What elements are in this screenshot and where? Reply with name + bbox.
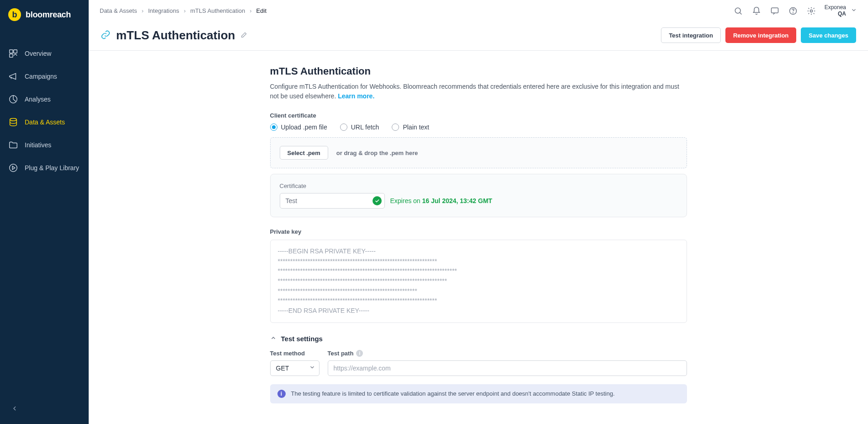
svg-point-9 <box>793 12 793 13</box>
svg-point-4 <box>10 118 17 121</box>
test-settings-toggle[interactable]: Test settings <box>270 335 687 343</box>
sidebar-item-label: Initiatives <box>25 141 51 149</box>
sidebar: b bloomreach Overview Campaigns Analyses… <box>0 0 89 424</box>
check-circle-icon <box>373 196 382 205</box>
remove-integration-button[interactable]: Remove integration <box>725 27 796 43</box>
breadcrumb-current: Edit <box>256 7 266 14</box>
settings-button[interactable] <box>806 6 816 16</box>
main-area: Data & Assets › Integrations › mTLS Auth… <box>89 0 868 424</box>
edit-title-button[interactable] <box>240 31 248 40</box>
test-method-label: Test method <box>270 350 320 357</box>
help-icon <box>788 6 798 16</box>
gear-icon <box>807 6 816 16</box>
test-method-value: GET <box>276 365 289 372</box>
chart-icon <box>8 94 18 104</box>
svg-rect-7 <box>771 8 778 13</box>
dropzone-hint: or drag & drop the .pem here <box>336 150 418 156</box>
svg-point-5 <box>10 164 17 172</box>
select-pem-button[interactable]: Select .pem <box>280 146 328 160</box>
certificate-expiry: Expires on 16 Jul 2024, 13:42 GMT <box>390 197 492 204</box>
collapse-sidebar-button[interactable] <box>8 402 21 415</box>
pem-dropzone[interactable]: Select .pem or drag & drop the .pem here <box>270 137 687 168</box>
section-description: Configure mTLS Authentication for Webhoo… <box>270 82 687 101</box>
save-changes-button[interactable]: Save changes <box>801 27 856 43</box>
logo-text: bloomreach <box>26 10 71 20</box>
dashboard-icon <box>8 48 18 59</box>
chevron-down-icon <box>309 364 315 372</box>
folder-icon <box>8 140 18 150</box>
sidebar-item-campaigns[interactable]: Campaigns <box>0 65 89 88</box>
info-circle-icon: i <box>277 390 286 398</box>
sidebar-item-label: Analyses <box>25 96 51 103</box>
radio-url-fetch[interactable]: URL fetch <box>340 123 379 131</box>
radio-icon <box>270 123 277 131</box>
sidebar-item-label: Data & Assets <box>25 118 65 126</box>
breadcrumb-link[interactable]: Data & Assets <box>100 7 137 14</box>
test-settings-row: Test method GET Test path i <box>270 350 687 376</box>
bell-icon <box>752 6 761 16</box>
page-title: mTLS Authentication <box>116 28 235 43</box>
chevron-right-icon: › <box>250 7 251 14</box>
messages-button[interactable] <box>770 6 780 16</box>
radio-icon <box>392 123 399 131</box>
radio-upload-pem[interactable]: Upload .pem file <box>270 123 327 131</box>
search-button[interactable] <box>733 6 743 16</box>
chat-icon <box>770 6 779 16</box>
search-icon <box>734 6 743 16</box>
chevron-down-icon <box>851 7 857 15</box>
svg-rect-0 <box>10 50 13 53</box>
learn-more-link[interactable]: Learn more. <box>338 92 374 100</box>
svg-rect-2 <box>10 54 13 57</box>
sidebar-item-initiatives[interactable]: Initiatives <box>0 134 89 156</box>
client-cert-label: Client certificate <box>270 112 687 119</box>
sidebar-item-plug-play[interactable]: Plug & Play Library <box>0 156 89 179</box>
radio-icon <box>340 123 347 131</box>
content: mTLS Authentication Configure mTLS Authe… <box>89 51 868 424</box>
notifications-button[interactable] <box>751 6 761 16</box>
help-button[interactable] <box>788 6 798 16</box>
certificate-card: Certificate Test Expires on 16 Jul 2024,… <box>270 174 687 217</box>
private-key-label: Private key <box>270 228 687 235</box>
radio-label: Upload .pem file <box>281 123 327 131</box>
account-org: Exponea <box>825 5 846 11</box>
play-circle-icon <box>8 163 18 173</box>
link-icon <box>101 30 111 41</box>
topbar: Data & Assets › Integrations › mTLS Auth… <box>89 0 868 22</box>
account-env: QA <box>838 11 846 17</box>
svg-point-6 <box>735 8 740 13</box>
certificate-name-value: Test <box>286 197 298 204</box>
section-title: mTLS Authentication <box>270 65 687 77</box>
certificate-name-field[interactable]: Test <box>280 193 385 209</box>
info-icon[interactable]: i <box>356 350 363 357</box>
test-path-input[interactable] <box>328 360 687 376</box>
breadcrumb: Data & Assets › Integrations › mTLS Auth… <box>100 7 266 14</box>
database-icon <box>8 117 18 127</box>
sidebar-item-label: Plug & Play Library <box>25 164 79 172</box>
radio-label: URL fetch <box>351 123 379 131</box>
testing-notice: i The testing feature is limited to cert… <box>270 384 687 403</box>
main-nav: Overview Campaigns Analyses Data & Asset… <box>0 29 89 179</box>
breadcrumb-link[interactable]: Integrations <box>148 7 179 14</box>
radio-label: Plain text <box>403 123 429 131</box>
chevron-right-icon: › <box>184 7 186 14</box>
page-header: mTLS Authentication Test integration Rem… <box>89 22 868 51</box>
logo-badge: b <box>8 8 21 21</box>
pencil-icon <box>240 31 248 38</box>
test-path-label: Test path i <box>328 350 687 357</box>
private-key-textarea[interactable]: -----BEGIN RSA PRIVATE KEY----- ********… <box>270 240 687 323</box>
sidebar-item-data-assets[interactable]: Data & Assets <box>0 111 89 134</box>
topbar-actions: Exponea QA <box>733 5 857 17</box>
logo[interactable]: b bloomreach <box>0 6 89 29</box>
test-method-select[interactable]: GET <box>270 360 320 376</box>
megaphone-icon <box>8 71 18 81</box>
svg-rect-1 <box>14 50 17 53</box>
test-settings-title: Test settings <box>281 335 323 343</box>
sidebar-item-analyses[interactable]: Analyses <box>0 88 89 111</box>
svg-point-10 <box>810 10 812 12</box>
test-integration-button[interactable]: Test integration <box>661 27 721 43</box>
sidebar-item-overview[interactable]: Overview <box>0 42 89 65</box>
breadcrumb-link[interactable]: mTLS Authentication <box>190 7 245 14</box>
account-switcher[interactable]: Exponea QA <box>825 5 857 17</box>
cert-source-radio-group: Upload .pem file URL fetch Plain text <box>270 123 687 131</box>
radio-plain-text[interactable]: Plain text <box>392 123 429 131</box>
